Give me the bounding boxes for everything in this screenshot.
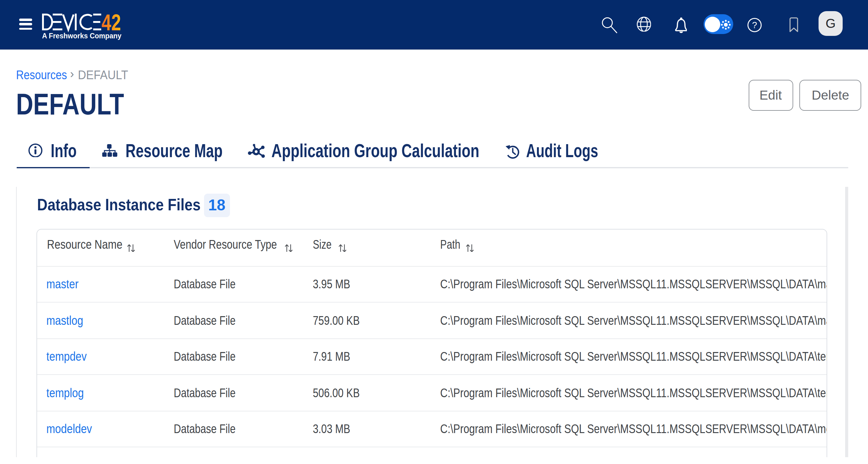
- svg-text:?: ?: [752, 20, 757, 30]
- svg-text:42: 42: [102, 13, 121, 32]
